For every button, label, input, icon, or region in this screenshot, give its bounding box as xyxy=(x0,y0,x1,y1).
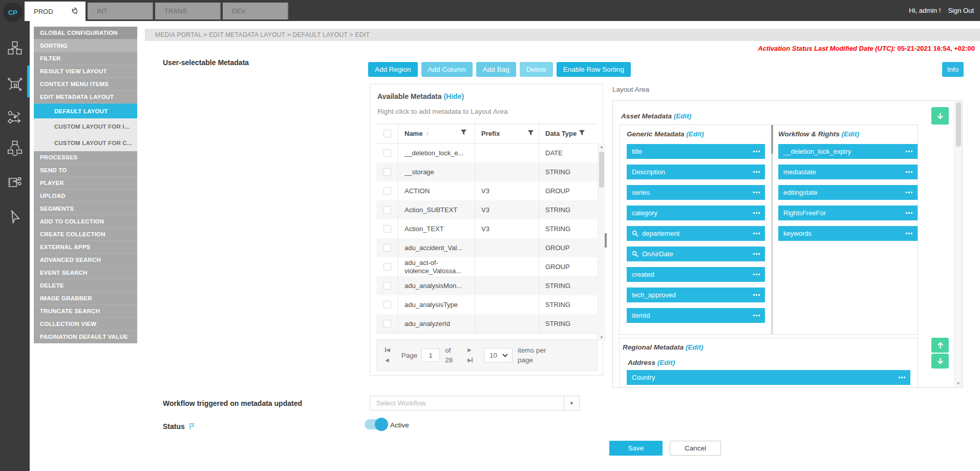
column-header-name[interactable]: Name xyxy=(404,130,422,138)
toolbar-button[interactable]: Add Column xyxy=(421,62,473,77)
page-size-select[interactable]: 10 xyxy=(484,348,513,362)
select-all-checkbox[interactable] xyxy=(384,130,391,137)
row-checkbox[interactable] xyxy=(384,187,391,195)
info-button[interactable]: Info xyxy=(942,62,964,77)
metadata-field-item[interactable]: title xyxy=(627,144,765,159)
row-checkbox[interactable] xyxy=(384,244,391,252)
workflow-icon[interactable] xyxy=(7,109,23,126)
drag-handle-icon[interactable] xyxy=(753,274,760,275)
sidebar-item[interactable]: PROCESSES xyxy=(34,151,137,164)
regional-metadata-edit-link[interactable]: (Edit) xyxy=(686,343,704,351)
workflow-rights-edit-link[interactable]: (Edit) xyxy=(842,130,860,138)
next-page-button[interactable]: ▶ xyxy=(467,347,473,353)
row-checkbox[interactable] xyxy=(384,168,391,176)
address-edit-link[interactable]: (Edit) xyxy=(657,359,675,366)
scroll-down-icon[interactable]: ▼ xyxy=(954,381,962,386)
filter-icon[interactable] xyxy=(579,130,585,138)
workflow-select[interactable]: Select Workflow ▼ xyxy=(370,396,580,411)
sidebar-item[interactable]: ADVANCED SEARCH xyxy=(34,254,137,267)
sign-out-link[interactable]: Sign Out xyxy=(948,7,974,14)
pointer-icon[interactable] xyxy=(7,209,23,225)
metadata-field-item[interactable]: Description xyxy=(627,165,765,179)
asset-metadata-edit-link[interactable]: (Edit) xyxy=(674,112,692,120)
row-checkbox[interactable] xyxy=(384,320,391,327)
environment-tab[interactable]: TRANS xyxy=(155,3,221,19)
scroll-up-icon[interactable]: ▲ xyxy=(598,145,605,149)
table-row[interactable]: __deletion_lock_e... DATE xyxy=(376,144,598,162)
sidebar-item[interactable]: IMAGE GRABBER xyxy=(34,292,137,305)
previous-page-button[interactable]: ◀ xyxy=(385,358,390,363)
toolbar-button[interactable]: Add Region xyxy=(368,62,418,77)
sidebar-item[interactable]: DEFAULT LAYOUT xyxy=(34,104,137,118)
row-checkbox[interactable] xyxy=(384,225,391,233)
table-row[interactable]: adu_act-of-violence_Valossa... GROUP xyxy=(376,257,598,276)
metadata-field-item[interactable]: Country xyxy=(627,370,910,385)
sort-ascending-icon[interactable]: ↑ xyxy=(425,130,429,138)
metadata-field-item[interactable]: OnAirDate xyxy=(627,247,765,261)
sidebar-item[interactable]: COLLECTION VIEW xyxy=(34,318,137,331)
sidebar-item[interactable]: SORTING xyxy=(34,39,137,52)
avatar[interactable]: CP xyxy=(3,3,23,22)
table-scrollbar[interactable]: ▲ ▼ xyxy=(598,144,605,341)
table-row[interactable]: adu_accident_Val... GROUP xyxy=(376,238,598,257)
drag-handle-icon[interactable] xyxy=(753,151,760,152)
drag-handle-icon[interactable] xyxy=(906,151,912,152)
table-row[interactable]: ACTION V3 GROUP xyxy=(376,181,598,200)
toggle-knob[interactable] xyxy=(375,418,388,431)
row-checkbox[interactable] xyxy=(384,149,391,157)
generic-metadata-edit-link[interactable]: (Edit) xyxy=(686,130,704,138)
filter-icon[interactable] xyxy=(527,130,534,138)
environment-tab[interactable]: INT xyxy=(88,3,153,19)
page-number-input[interactable] xyxy=(421,349,440,362)
drag-handle-icon[interactable] xyxy=(753,233,760,234)
row-checkbox[interactable] xyxy=(384,263,391,271)
metadata-field-item[interactable]: editingstate xyxy=(778,185,918,200)
sidebar-item[interactable]: EXTERNAL APPS xyxy=(34,241,137,254)
sidebar-item[interactable]: ADD TO COLLECTION xyxy=(34,215,137,228)
table-row[interactable]: adu_analysisType STRING xyxy=(376,295,598,314)
drag-handle-icon[interactable] xyxy=(753,294,760,296)
column-divider[interactable] xyxy=(771,125,773,334)
move-section-up-button[interactable] xyxy=(931,338,949,353)
sidebar-item[interactable]: DELETE xyxy=(34,279,137,292)
sidebar-item[interactable]: RESULT VIEW LAYOUT xyxy=(34,65,137,78)
environment-tab[interactable]: DEV xyxy=(223,3,288,19)
drag-handle-icon[interactable] xyxy=(753,192,760,193)
status-toggle[interactable] xyxy=(365,419,387,429)
drag-handle-icon[interactable] xyxy=(753,171,760,173)
scrollbar-thumb[interactable] xyxy=(956,103,961,147)
panel-splitter-handle[interactable] xyxy=(605,233,607,248)
sidebar-item[interactable]: GLOBAL CONFIGURATION xyxy=(34,27,137,39)
sidebar-item[interactable]: CUSTOM LAYOUT FOR I... xyxy=(34,118,137,135)
metadata-field-item[interactable]: mediastate xyxy=(778,165,918,179)
metadata-field-item[interactable]: category xyxy=(627,206,765,220)
sidebar-item[interactable]: SEND TO xyxy=(34,164,137,177)
dropdown-arrow-icon[interactable]: ▼ xyxy=(564,396,579,410)
sidebar-item[interactable]: TRUNCATE SEARCH xyxy=(34,305,137,318)
row-checkbox[interactable] xyxy=(384,206,391,214)
sidebar-item[interactable]: EDIT METADATA LAYOUT xyxy=(34,91,137,104)
row-checkbox[interactable] xyxy=(384,282,391,290)
column-header-prefix[interactable]: Prefix xyxy=(481,130,500,137)
drag-handle-icon[interactable] xyxy=(753,253,760,255)
first-page-button[interactable]: ◀ xyxy=(385,347,390,353)
metadata-config-icon[interactable] xyxy=(7,76,23,92)
scrollbar-thumb[interactable] xyxy=(599,152,604,188)
environment-tab[interactable]: PROD xyxy=(25,2,86,21)
last-page-button[interactable]: ▶ xyxy=(467,358,473,363)
modules-icon[interactable] xyxy=(7,40,23,56)
sidebar-item[interactable]: CREATE COLLECTION xyxy=(34,228,137,241)
hide-link[interactable]: (Hide) xyxy=(443,92,464,100)
save-button[interactable]: Save xyxy=(609,441,663,456)
metadata-field-item[interactable]: RightsFreeFor xyxy=(778,206,918,220)
sidebar-item[interactable]: EVENT SEARCH xyxy=(34,267,137,279)
sidebar-item[interactable]: UPLOAD xyxy=(34,190,137,202)
row-checkbox[interactable] xyxy=(384,301,391,309)
metadata-field-item[interactable]: created xyxy=(627,267,765,282)
table-row[interactable]: adu_analyzerId STRING xyxy=(376,314,598,333)
drag-handle-icon[interactable] xyxy=(753,315,760,316)
toolbar-button[interactable]: Enable Row Sorting xyxy=(557,62,631,77)
move-section-down-button[interactable] xyxy=(931,354,949,368)
sidebar-item[interactable]: PLAYER xyxy=(34,177,137,190)
table-row[interactable]: __storage STRING xyxy=(376,162,598,181)
